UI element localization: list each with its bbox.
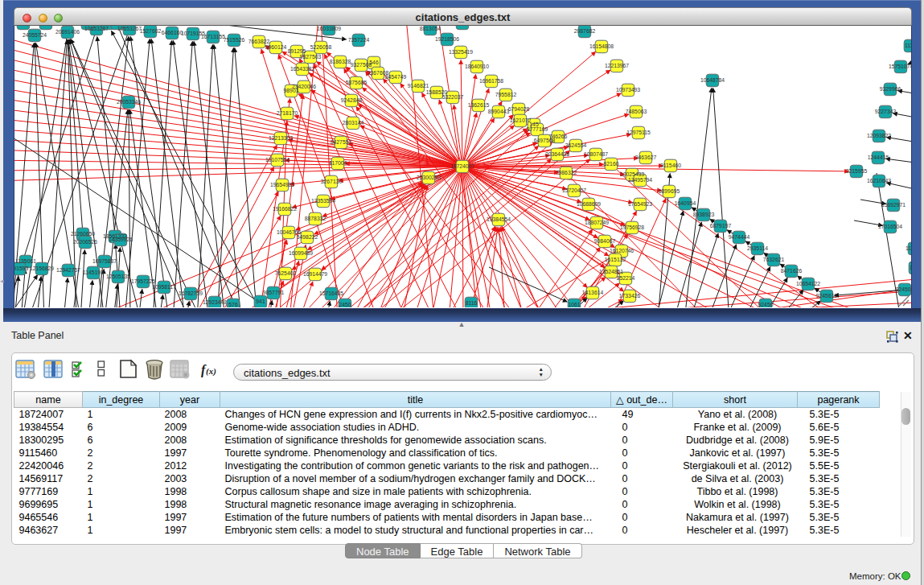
svg-text:12505135: 12505135 <box>106 274 130 279</box>
svg-text:15692971: 15692971 <box>881 202 906 208</box>
svg-text:6899695: 6899695 <box>659 188 680 194</box>
svg-text:3267130: 3267130 <box>321 179 343 184</box>
svg-text:13495794: 13495794 <box>628 177 652 183</box>
svg-text:746266: 746266 <box>549 134 568 139</box>
svg-text:19756928: 19756928 <box>620 225 644 230</box>
svg-text:7632621: 7632621 <box>763 257 785 262</box>
svg-text:2087682: 2087682 <box>574 28 596 34</box>
svg-text:20206526: 20206526 <box>73 239 97 245</box>
svg-text:9115460: 9115460 <box>660 163 681 168</box>
svg-text:16914479: 16914479 <box>303 271 327 277</box>
svg-text:8960124: 8960124 <box>265 44 287 50</box>
svg-text:16961758: 16961758 <box>479 78 503 84</box>
svg-text:(x): (x) <box>206 366 216 377</box>
svg-text:941: 941 <box>256 299 265 304</box>
svg-text:17654923: 17654923 <box>628 201 652 207</box>
svg-text:10688609: 10688609 <box>577 201 601 207</box>
svg-text:1061: 1061 <box>568 302 580 307</box>
svg-text:546: 546 <box>369 60 379 65</box>
svg-text:9777169: 9777169 <box>527 126 548 132</box>
svg-text:12213303: 12213303 <box>269 135 293 141</box>
svg-text:10975887: 10975887 <box>92 258 117 264</box>
svg-text:7485063: 7485063 <box>626 109 647 114</box>
svg-text:5322037: 5322037 <box>442 94 464 100</box>
svg-text:891295: 891295 <box>288 48 306 54</box>
svg-text:12093822: 12093822 <box>867 133 891 138</box>
svg-text:10654122: 10654122 <box>796 281 820 286</box>
svg-text:62160: 62160 <box>604 161 619 167</box>
svg-text:8990443: 8990443 <box>488 109 510 114</box>
svg-text:7663822: 7663822 <box>248 39 270 44</box>
svg-text:1640954: 1640954 <box>675 200 696 206</box>
svg-text:417004: 417004 <box>329 160 347 166</box>
svg-text:9146821: 9146821 <box>408 83 429 89</box>
svg-text:7986322: 7986322 <box>556 170 577 175</box>
svg-text:19654985: 19654985 <box>270 182 294 187</box>
svg-text:9474444: 9474444 <box>729 234 750 240</box>
svg-text:20053346: 20053346 <box>117 99 141 105</box>
svg-text:1621072: 1621072 <box>510 117 532 123</box>
svg-text:7625402: 7625402 <box>275 270 297 276</box>
svg-text:15716485: 15716485 <box>319 290 343 296</box>
svg-text:2718170: 2718170 <box>277 110 298 116</box>
svg-text:12156829: 12156829 <box>30 266 54 271</box>
svg-text:1615132: 1615132 <box>605 257 626 262</box>
svg-text:2935114: 2935114 <box>747 245 768 251</box>
svg-text:5875685: 5875685 <box>346 80 368 85</box>
svg-text:116733: 116733 <box>906 245 912 251</box>
svg-text:10653287: 10653287 <box>84 26 109 31</box>
svg-text:9242848: 9242848 <box>341 97 363 103</box>
svg-text:14359926: 14359926 <box>109 237 133 242</box>
svg-text:16782759: 16782759 <box>179 290 203 296</box>
svg-text:9327503: 9327503 <box>300 54 322 60</box>
svg-text:18807249: 18807249 <box>585 220 609 225</box>
svg-text:3215955: 3215955 <box>846 168 868 174</box>
svg-text:25300293: 25300293 <box>417 175 441 180</box>
svg-text:10973493: 10973493 <box>616 87 640 93</box>
svg-text:10025433: 10025433 <box>620 171 644 177</box>
svg-text:1413614: 1413614 <box>582 290 604 295</box>
svg-text:12975115: 12975115 <box>626 130 651 135</box>
svg-text:8116: 8116 <box>466 300 478 306</box>
svg-text:15720407: 15720407 <box>562 187 586 193</box>
svg-text:8878332: 8878332 <box>305 216 326 221</box>
svg-text:18724007: 18724007 <box>450 163 474 169</box>
svg-text:21260650: 21260650 <box>71 231 95 237</box>
svg-text:8938923: 8938923 <box>693 212 715 217</box>
svg-text:8454749: 8454749 <box>385 74 407 80</box>
svg-text:19384554: 19384554 <box>487 216 511 222</box>
svg-text:9857791: 9857791 <box>263 290 285 295</box>
svg-text:16154808: 16154808 <box>589 43 614 49</box>
svg-text:1244415: 1244415 <box>868 154 889 160</box>
svg-text:19166822: 19166822 <box>273 206 297 212</box>
svg-text:16713155: 16713155 <box>201 34 225 39</box>
svg-text:7515526: 7515526 <box>224 37 245 43</box>
svg-text:10807487: 10807487 <box>584 151 608 157</box>
svg-text:12213967: 12213967 <box>605 63 629 68</box>
svg-text:391593: 391593 <box>14 266 29 271</box>
svg-text:6794028: 6794028 <box>508 106 530 112</box>
svg-text:16099489: 16099489 <box>289 250 313 256</box>
svg-text:20691406: 20691406 <box>55 29 80 35</box>
svg-text:5226058: 5226058 <box>310 44 332 50</box>
svg-text:1145193: 1145193 <box>83 270 104 275</box>
svg-text:924501: 924501 <box>896 286 912 292</box>
svg-text:92450: 92450 <box>758 302 774 307</box>
svg-text:16120746: 16120746 <box>610 248 634 253</box>
svg-text:1527602: 1527602 <box>140 28 162 34</box>
svg-text:16210643: 16210643 <box>867 178 891 183</box>
svg-text:7357224: 7357224 <box>348 37 370 43</box>
svg-text:13353594: 13353594 <box>311 198 335 204</box>
svg-text:23420046: 23420046 <box>292 84 316 89</box>
svg-text:15751074: 15751074 <box>889 64 912 69</box>
svg-text:24055724: 24055724 <box>23 32 47 38</box>
svg-text:1135061: 1135061 <box>15 258 36 264</box>
svg-text:18640910: 18640910 <box>465 64 489 69</box>
svg-text:1733426: 1733426 <box>619 293 641 299</box>
svg-text:7955812: 7955812 <box>495 92 517 97</box>
svg-text:3624554: 3624554 <box>565 142 587 148</box>
svg-text:17957225: 17957225 <box>131 278 155 284</box>
svg-text:13325419: 13325419 <box>449 49 473 55</box>
svg-text:10107554: 10107554 <box>265 157 290 163</box>
svg-text:6466160: 6466160 <box>162 30 183 35</box>
